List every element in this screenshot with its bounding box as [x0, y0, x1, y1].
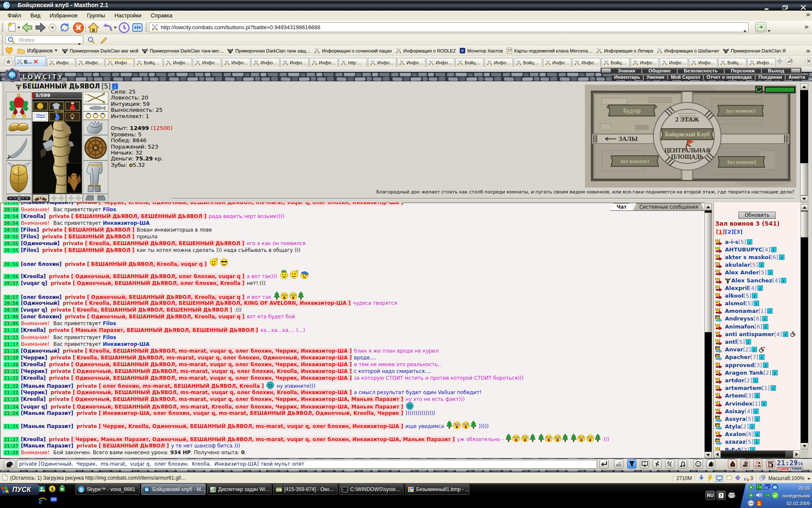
player-name[interactable]: Arvindex: [725, 400, 752, 407]
favorite-item[interactable]: Карты подземелий клана Mercena…: [506, 47, 593, 54]
equip-slot-bracers[interactable]: [6, 119, 32, 135]
map-refresh-button[interactable]: [755, 86, 763, 93]
filter-button[interactable]: [627, 459, 636, 469]
player-row[interactable]: artemartem[1]i: [715, 384, 799, 392]
player-row[interactable]: Asisay[4]i: [715, 407, 799, 415]
quicklaunch-game-icon[interactable]: [59, 485, 66, 494]
chat-tab-system[interactable]: Системные сообщения: [633, 203, 705, 211]
equip-slot-weapon[interactable]: [6, 135, 32, 160]
go-button[interactable]: [755, 22, 766, 32]
player-info-icon[interactable]: i: [752, 347, 757, 352]
browser-tab[interactable]: Инфо…: [426, 58, 455, 66]
chat-sender[interactable]: [Одиночный]: [21, 300, 60, 306]
chat-sender[interactable]: [Черрик]: [21, 368, 47, 374]
equip-slot-bandana[interactable]: [32, 194, 49, 202]
pet-owl-image[interactable]: [66, 163, 82, 193]
equip-slot-amulet[interactable]: [83, 104, 108, 111]
smiles-button[interactable]: [694, 459, 703, 469]
game-nav-item[interactable]: Знания: [612, 68, 641, 73]
equip-slot-offhand[interactable]: [83, 92, 108, 104]
scroll-down-button[interactable]: [801, 443, 808, 450]
stop-button[interactable]: [72, 21, 85, 34]
player-attack-icon[interactable]: [715, 431, 723, 437]
player-attack-icon[interactable]: [715, 277, 723, 284]
browser-tab[interactable]: Инфо…: [397, 58, 425, 66]
game-nav-item[interactable]: Инвентарь: [612, 75, 643, 80]
scroll-left-button[interactable]: [713, 450, 721, 458]
equip-slot-shuriken1[interactable]: [49, 194, 66, 202]
character-info-icon[interactable]: i: [112, 83, 118, 89]
player-row[interactable]: Assyra[5]i: [715, 415, 799, 422]
scrollbar-thumb[interactable]: [721, 451, 785, 458]
player-attack-icon[interactable]: [715, 362, 723, 368]
browser-tab[interactable]: Бойц…: [718, 58, 746, 66]
quick-item-sigil[interactable]: [65, 112, 80, 121]
player-attack-icon[interactable]: [715, 246, 723, 253]
quick-item-scroll[interactable]: [33, 112, 48, 121]
player-name[interactable]: anti antispamer: [725, 331, 774, 337]
favorite-item[interactable]: Примерочная DarkClan маг мой: [62, 47, 138, 54]
address-dropdown-icon[interactable]: [743, 26, 746, 34]
player-name[interactable]: Atyla: [725, 423, 741, 430]
maximize-button[interactable]: [782, 3, 788, 8]
player-row[interactable]: Amonamar[1]i: [715, 307, 799, 315]
highlight-button[interactable]: [99, 35, 109, 45]
player-row[interactable]: akulalar[5]i: [715, 261, 799, 269]
player-attack-icon[interactable]: [715, 346, 723, 353]
favorites-root-button[interactable]: Избранное: [17, 48, 58, 54]
player-info-icon[interactable]: i: [762, 316, 768, 321]
map-room-boudoir[interactable]: Будуар: [606, 105, 657, 116]
player-info-icon[interactable]: i: [754, 431, 760, 437]
close-button[interactable]: [801, 3, 806, 8]
player-name[interactable]: Aragon Tank: [725, 370, 763, 376]
menu-item[interactable]: Группы: [82, 11, 110, 19]
chat-player-name[interactable]: Инквизитор-ША: [103, 341, 150, 347]
actions-button[interactable]: [653, 459, 662, 469]
equip-slot-rings[interactable]: [83, 111, 108, 120]
tray-starforce-icon[interactable]: [748, 500, 754, 508]
quicklaunch-display-icon[interactable]: [50, 497, 58, 507]
player-attack-icon[interactable]: [715, 300, 723, 306]
player-info-icon[interactable]: i: [768, 270, 773, 275]
browser-tab[interactable]: Инфо…: [251, 58, 280, 66]
browser-tab[interactable]: Инфо…: [222, 58, 250, 66]
player-attack-icon[interactable]: [715, 408, 723, 414]
player-row[interactable]: artdor[2]i: [715, 376, 799, 384]
lowcity-logo-text[interactable]: LOWCITY: [22, 73, 63, 81]
taskbar-task[interactable]: Диспетчер задач Wi…: [207, 484, 272, 495]
address-url[interactable]: http://lowcity.combats.com/buttons.pl?ba…: [161, 24, 320, 30]
scroll-up-button[interactable]: [801, 204, 808, 211]
chat-sender[interactable]: [Черрик]: [21, 355, 47, 361]
tray-connection-icon[interactable]: [763, 492, 771, 500]
chat-player-name[interactable]: Filos: [103, 334, 116, 340]
player-info-icon[interactable]: i: [746, 339, 751, 345]
scrollbar-thumb[interactable]: [705, 213, 712, 332]
quick-item-cloth[interactable]: [49, 101, 64, 111]
exit-button[interactable]: EXIT: [766, 459, 775, 469]
chat-scrollbar[interactable]: [705, 204, 712, 458]
chat-sender[interactable]: [Filos]: [21, 234, 39, 240]
chat-player-name[interactable]: Filos: [103, 207, 116, 213]
page-link-2[interactable]: [2]: [725, 229, 734, 235]
minimize-button[interactable]: [764, 3, 770, 8]
scrollbar-thumb[interactable]: [800, 163, 808, 196]
close-tab-button[interactable]: [805, 57, 812, 67]
player-attack-icon[interactable]: [715, 285, 723, 291]
taskbar-task[interactable]: [415-359-874] - Окн…: [273, 484, 337, 495]
player-name[interactable]: Asisay: [725, 408, 745, 414]
player-name[interactable]: Anvar: [725, 346, 743, 353]
player-attack-icon[interactable]: [715, 269, 723, 276]
status-newwindow-icon[interactable]: [726, 475, 732, 482]
chat-sender[interactable]: [Маньяк Паразит]: [21, 423, 73, 429]
chat-sender[interactable]: [Kreolla]: [21, 375, 46, 381]
send-button[interactable]: [599, 459, 609, 469]
browser-tab[interactable]: Инфо…: [368, 58, 396, 66]
player-name[interactable]: Andreyss: [725, 315, 754, 322]
chat-sender[interactable]: [Черрик]: [21, 389, 47, 395]
player-info-icon[interactable]: i: [779, 254, 785, 260]
browser-tab[interactable]: Бойц…: [601, 58, 630, 66]
player-attack-icon[interactable]: [715, 385, 723, 391]
player-info-icon[interactable]: i: [759, 262, 764, 268]
lowcity-logo-icon[interactable]: [4, 68, 20, 84]
player-row[interactable]: Alexpril[4]i: [715, 284, 799, 292]
